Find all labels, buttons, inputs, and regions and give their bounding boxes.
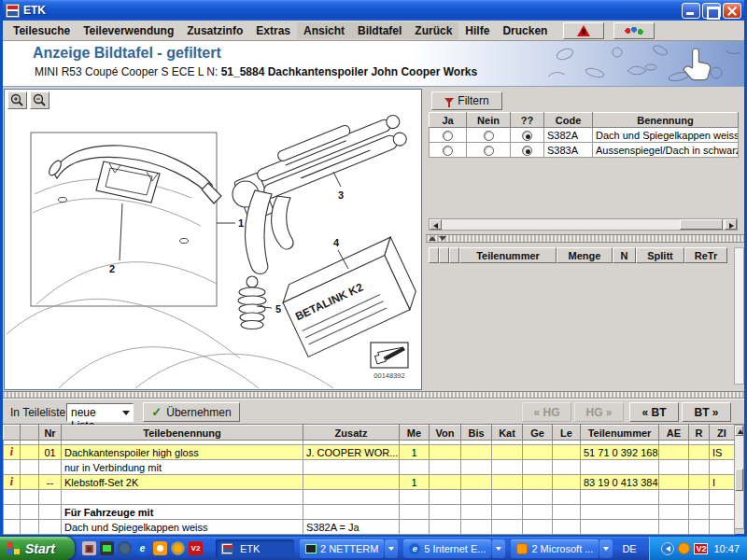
scroll-right-button[interactable] xyxy=(725,219,737,230)
info-icon[interactable]: i xyxy=(10,445,13,458)
parts-vertical-scrollbar[interactable] xyxy=(734,425,744,529)
stock-col-empty xyxy=(429,247,439,263)
info-icon[interactable]: i xyxy=(10,475,13,488)
menu-teileverwendung[interactable]: Teileverwendung xyxy=(77,22,180,39)
minimize-button[interactable] xyxy=(682,3,700,19)
col-ge[interactable]: Ge xyxy=(523,426,553,441)
radio-nein[interactable] xyxy=(484,131,494,141)
radio-ja[interactable] xyxy=(443,131,453,141)
color-parts-icon xyxy=(624,25,644,36)
zoom-out-button[interactable] xyxy=(30,91,49,109)
globe-icon[interactable] xyxy=(118,541,132,555)
prev-hg-button[interactable]: « HG xyxy=(522,402,571,422)
splitter-down-icon xyxy=(439,236,446,241)
tray-v2-icon[interactable]: V2 xyxy=(694,543,708,554)
stock-col-teilenummer[interactable]: Teilenummer xyxy=(459,247,557,263)
list-dropdown[interactable]: neue Liste xyxy=(66,403,134,422)
alert-toolbar-button[interactable] xyxy=(563,22,604,39)
stock-col-retr[interactable]: ReTr xyxy=(684,247,727,263)
taskbar-button-netterm[interactable]: 2 NETTERM xyxy=(300,539,384,558)
col-bis[interactable]: Bis xyxy=(461,426,492,441)
monitor-icon[interactable] xyxy=(100,541,114,555)
prev-bt-button[interactable]: « BT xyxy=(629,402,679,422)
col-zi[interactable]: ZI xyxy=(710,426,735,441)
callout-2: 2 xyxy=(109,263,115,274)
radio-unknown[interactable] xyxy=(522,146,532,156)
stock-scroll-track[interactable] xyxy=(734,247,744,385)
col-teilebenennung[interactable]: Teilebenennung xyxy=(62,426,303,441)
radio-unknown[interactable] xyxy=(522,131,532,141)
taskbar-button-etk[interactable]: ETK xyxy=(216,539,294,558)
part-row[interactable]: Dach und Spiegelkappen weiss S382A = Ja xyxy=(4,520,735,535)
menu-ansicht[interactable]: Ansicht xyxy=(297,22,351,39)
uebernehmen-label: Übernehmen xyxy=(166,406,231,419)
part-row[interactable]: i 01 Dachkantenspoiler high gloss J. COO… xyxy=(4,445,735,460)
uebernehmen-button[interactable]: ✓ Übernehmen xyxy=(143,402,240,422)
next-bt-button[interactable]: BT » xyxy=(682,402,731,422)
next-hg-button[interactable]: HG » xyxy=(574,402,624,422)
scrollbar-thumb[interactable] xyxy=(735,469,743,491)
group-expand-arrow[interactable] xyxy=(599,539,613,558)
part-row[interactable]: nur in Verbindung mit xyxy=(4,460,735,475)
col-zusatz[interactable]: Zusatz xyxy=(303,426,400,441)
col-teilenummer[interactable]: Teilenummer xyxy=(581,426,659,441)
col-von[interactable]: Von xyxy=(430,426,461,441)
menu-drucken[interactable]: Drucken xyxy=(496,22,554,39)
tray-clock-icon[interactable] xyxy=(678,542,690,554)
menu-hilfe[interactable]: Hilfe xyxy=(458,22,496,39)
group-expand-arrow[interactable] xyxy=(385,539,398,558)
part-row[interactable]: Für Fahrzeuge mit xyxy=(4,505,735,520)
media-player-icon[interactable] xyxy=(171,541,185,555)
terminal-icon xyxy=(305,544,317,553)
maximize-button[interactable] xyxy=(702,3,721,19)
col-le[interactable]: Le xyxy=(553,426,581,441)
col-kat[interactable]: Kat xyxy=(492,426,523,441)
taskbar-button-internet[interactable]: e 5 Internet E... xyxy=(403,539,491,558)
ie-icon[interactable]: e xyxy=(135,541,149,555)
color-parts-toolbar-button[interactable] xyxy=(613,22,655,39)
tray-chevron-icon[interactable] xyxy=(661,542,674,555)
menu-zurueck[interactable]: Zurück xyxy=(408,22,458,39)
language-indicator[interactable]: DE xyxy=(622,543,636,554)
scrollbar-thumb[interactable] xyxy=(680,219,723,230)
zoom-in-button[interactable] xyxy=(7,91,27,109)
stock-col-splitt[interactable]: Splitt xyxy=(636,247,684,263)
start-button[interactable]: Start xyxy=(0,537,75,560)
filter-table: Ja Nein ?? Code Benennung S382A Dach und… xyxy=(429,112,739,158)
menu-zusatzinfo[interactable]: Zusatzinfo xyxy=(180,22,249,39)
filtern-button[interactable]: Filtern xyxy=(431,91,502,110)
group-expand-arrow[interactable] xyxy=(492,539,505,558)
titlebar: ETK xyxy=(3,0,744,21)
taskbar-button-microsoft[interactable]: 2 Microsoft ... xyxy=(511,539,599,558)
radio-ja[interactable] xyxy=(443,146,453,156)
filter-horizontal-scrollbar[interactable] xyxy=(429,218,738,231)
etk-app-icon xyxy=(221,543,233,554)
col-r[interactable]: R xyxy=(689,426,710,441)
col-info xyxy=(4,426,21,441)
part-row[interactable] xyxy=(4,490,735,505)
filter-col-ja: Ja xyxy=(430,113,467,128)
main-splitter[interactable] xyxy=(3,391,744,399)
v2-icon[interactable]: V2 xyxy=(189,541,203,555)
close-button[interactable] xyxy=(723,3,741,19)
col-me[interactable]: Me xyxy=(400,426,430,441)
taskbar: Start ▣ e V2 ETK 2 NETTERM e 5 Internet xyxy=(0,537,747,560)
stock-col-menge[interactable]: Menge xyxy=(557,247,613,263)
menu-bildtafel[interactable]: Bildtafel xyxy=(351,22,408,39)
windows-logo-icon xyxy=(7,542,21,555)
radio-nein[interactable] xyxy=(484,146,494,156)
panel-splitter[interactable] xyxy=(426,234,744,243)
part-row[interactable]: i -- Klebstoff-Set 2K 1 83 19 0 413 384 … xyxy=(4,475,735,490)
clock-icon[interactable] xyxy=(153,541,167,555)
screen: ETK Teilesuche Teileverwendung Zusatzinf… xyxy=(0,0,747,560)
app-icon[interactable]: ▣ xyxy=(82,541,96,555)
menu-extras[interactable]: Extras xyxy=(249,22,297,39)
scroll-up-button[interactable] xyxy=(735,426,743,436)
stock-col-n[interactable]: N xyxy=(613,247,636,263)
cell-zusatz xyxy=(303,475,400,490)
col-nr[interactable]: Nr xyxy=(39,426,62,441)
page-title: Anzeige Bildtafel - gefiltert xyxy=(33,45,221,62)
menu-teilesuche[interactable]: Teilesuche xyxy=(7,22,77,39)
col-ae[interactable]: AE xyxy=(659,426,689,441)
scroll-left-button[interactable] xyxy=(430,219,442,230)
